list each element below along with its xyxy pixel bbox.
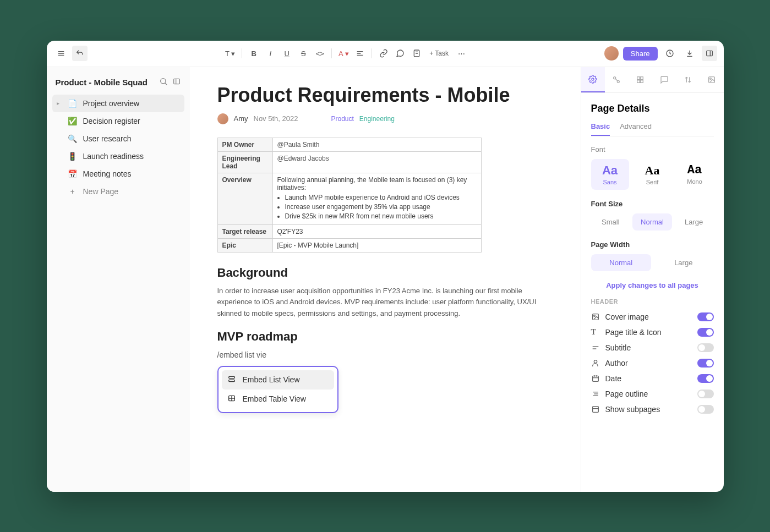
align-button[interactable] (353, 46, 367, 61)
toggle-switch[interactable] (697, 343, 714, 352)
toggle-row: Show subpages (591, 402, 714, 417)
nav-icon: 📅 (68, 169, 78, 179)
templates-tab-icon[interactable] (629, 67, 652, 92)
download-icon[interactable] (682, 46, 697, 61)
font-label: Font (591, 145, 714, 153)
settings-tab-icon[interactable] (581, 67, 605, 92)
nav-icon: 🚦 (68, 151, 78, 161)
svg-rect-11 (706, 51, 712, 56)
font-sans[interactable]: AaSans (591, 159, 629, 190)
pm-owner-value[interactable]: @Paula Smith (272, 138, 481, 151)
toggle-switch[interactable] (697, 312, 714, 321)
image-tab-icon[interactable] (700, 67, 723, 92)
requirements-table: PM Owner@Paula Smith Engineering Lead@Ed… (217, 138, 482, 253)
toggle-row: Page outline (591, 386, 714, 402)
sort-tab-icon[interactable] (676, 67, 700, 92)
document-main: Product Requirements - Mobile Amy Nov 5t… (190, 67, 581, 492)
background-heading[interactable]: Background (217, 266, 553, 280)
add-task-button[interactable]: + Task (426, 50, 452, 57)
panel-toggle-icon[interactable] (702, 46, 717, 61)
relations-tab-icon[interactable] (605, 67, 629, 92)
attachment-button[interactable] (409, 46, 424, 61)
epic-value[interactable]: [Epic - MVP Mobile Launch] (272, 238, 481, 252)
nav-icon: 🔍 (68, 134, 78, 144)
width-normal[interactable]: Normal (591, 254, 652, 271)
code-button[interactable]: <> (313, 46, 327, 61)
embed-list-view-option[interactable]: Embed List View (222, 370, 334, 390)
new-page-button[interactable]: + New Page (52, 183, 184, 200)
tag-engineering[interactable]: Engineering (359, 115, 395, 123)
undo-icon[interactable] (72, 46, 88, 61)
history-icon[interactable] (662, 46, 678, 61)
sidebar-item[interactable]: 📅Meeting notes (52, 165, 184, 183)
size-normal[interactable]: Normal (632, 213, 672, 231)
toggle-switch[interactable] (697, 390, 714, 398)
sidebar-item[interactable]: 🔍User research (52, 130, 184, 147)
slash-command-text[interactable]: /embed list vie (217, 350, 553, 359)
svg-rect-32 (592, 314, 598, 320)
roadmap-heading[interactable]: MVP roadmap (217, 330, 553, 344)
nav-icon: ✅ (68, 116, 78, 126)
toggle-switch[interactable] (697, 374, 714, 383)
size-large[interactable]: Large (674, 213, 714, 231)
toggle-switch[interactable] (697, 405, 714, 414)
share-button[interactable]: Share (623, 47, 658, 61)
overview-bullet: Increase user engagement by 35% via app … (285, 203, 477, 211)
embed-table-view-option[interactable]: Embed Table View (222, 390, 334, 409)
target-value[interactable]: Q2'FY23 (272, 224, 481, 238)
more-button[interactable]: ⋯ (454, 46, 468, 61)
svg-rect-30 (709, 76, 715, 83)
svg-line-14 (165, 83, 166, 84)
subpages-icon (591, 405, 600, 414)
page-title[interactable]: Product Requirements - Mobile (217, 84, 553, 107)
page-details-panel: Page Details Basic Advanced Font AaSans … (581, 67, 724, 492)
toggle-switch[interactable] (697, 359, 714, 368)
nav-label: Project overview (83, 99, 140, 108)
svg-point-31 (710, 78, 712, 79)
link-button[interactable] (376, 46, 391, 61)
sidebar-item[interactable]: ✅Decision register (52, 112, 184, 130)
strike-button[interactable]: S (296, 46, 310, 61)
italic-button[interactable]: I (263, 46, 277, 61)
size-small[interactable]: Small (591, 213, 631, 231)
author-name: Amy (234, 114, 248, 123)
outline-icon (591, 390, 600, 398)
basic-tab[interactable]: Basic (591, 122, 610, 136)
embed-menu: Embed List View Embed Table View (217, 366, 338, 413)
sidebar-item[interactable]: 🚦Launch readiness (52, 147, 184, 165)
svg-rect-18 (228, 380, 234, 381)
svg-point-36 (594, 360, 597, 363)
background-text[interactable]: In order to increase user acquisition op… (217, 286, 548, 320)
toggle-label: Subtitle (605, 343, 631, 352)
menu-icon[interactable] (53, 46, 69, 61)
nav-label: Meeting notes (83, 169, 132, 178)
header-section: HEADER (591, 298, 714, 305)
user-avatar[interactable] (604, 46, 619, 61)
width-large[interactable]: Large (653, 254, 714, 271)
search-icon[interactable] (159, 77, 168, 88)
sidebar-item[interactable]: ▸📄Project overview (52, 95, 184, 112)
overview-cell[interactable]: Following annual planning, the Mobile te… (272, 173, 481, 224)
svg-rect-26 (637, 76, 640, 79)
topbar: T ▾ B I U S <> A ▾ + Task ⋯ Share (47, 41, 724, 67)
comment-button[interactable] (393, 46, 407, 61)
underline-button[interactable]: U (280, 46, 294, 61)
advanced-tab[interactable]: Advanced (620, 122, 652, 136)
text-style-dropdown[interactable]: T ▾ (223, 46, 237, 61)
toggle-row: Subtitle (591, 340, 714, 355)
tag-product[interactable]: Product (331, 115, 353, 123)
eng-lead-value[interactable]: @Edward Jacobs (272, 151, 481, 173)
page-date: Nov 5th, 2022 (254, 114, 298, 123)
bold-button[interactable]: B (247, 46, 261, 61)
toggle-switch[interactable] (697, 328, 714, 337)
text-color-button[interactable]: A ▾ (336, 46, 351, 61)
space-title: Product - Mobile Squad (56, 78, 148, 87)
comments-tab-icon[interactable] (652, 67, 676, 92)
font-mono[interactable]: AaMono (676, 159, 714, 190)
apply-all-link[interactable]: Apply changes to all pages (591, 281, 714, 289)
font-serif[interactable]: AaSerif (634, 159, 671, 190)
new-page-label: New Page (83, 187, 119, 196)
svg-rect-28 (637, 80, 640, 83)
sidebar-collapse-icon[interactable] (172, 77, 181, 88)
subtitle-icon (591, 343, 600, 352)
